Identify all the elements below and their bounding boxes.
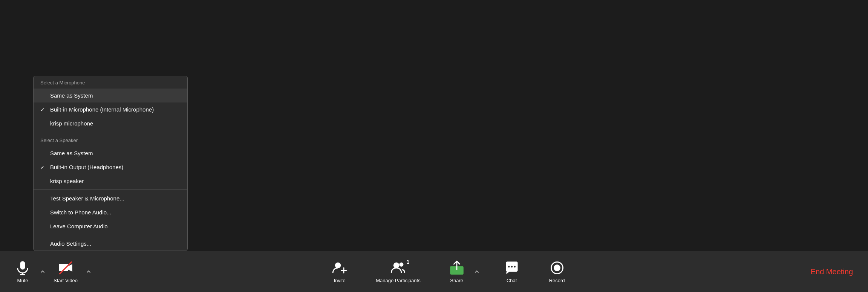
leave-computer-audio-item[interactable]: Leave Computer Audio [34,219,187,233]
mic-item-builtin[interactable]: ✓ Built-in Microphone (Internal Micropho… [34,102,187,116]
mic-item-builtin-label: Built-in Microphone (Internal Microphone… [50,106,154,113]
divider-3 [34,235,187,235]
video-icon [58,260,73,275]
start-video-label: Start Video [54,278,78,283]
test-speaker-mic-item[interactable]: Test Speaker & Microphone... [34,191,187,205]
divider-1 [34,132,187,132]
invite-icon [332,260,347,275]
speaker-item-builtin-label: Built-in Output (Headphones) [50,164,123,170]
mute-button[interactable]: Mute [8,257,38,286]
start-video-button[interactable]: Start Video [47,257,84,286]
svg-point-13 [514,266,515,267]
mic-icon [15,260,30,275]
manage-participants-label: Manage Participants [376,278,421,283]
svg-rect-0 [20,261,25,269]
leave-computer-audio-label: Leave Computer Audio [50,223,108,229]
toolbar: Mute [0,251,868,292]
mic-section-header: Select a Microphone [34,76,187,89]
chat-label: Chat [507,278,517,283]
divider-2 [34,190,187,190]
chat-icon [504,260,519,275]
meeting-area: Select a Microphone Same as System ✓ Bui… [0,0,868,292]
share-label: Share [450,278,463,283]
mute-chevron-button[interactable] [38,266,47,277]
speaker-section-header: Select a Speaker [34,134,187,146]
invite-label: Invite [334,278,346,283]
share-group: Share [442,257,482,286]
mic-item-krisp[interactable]: krisp microphone [34,116,187,130]
participants-badge: 1 [407,259,410,265]
toolbar-center: Invite 1 Manage Participants [93,257,803,286]
record-label: Record [549,278,565,283]
speaker-item-krisp[interactable]: krisp speaker [34,174,187,188]
mic-item-same-as-system[interactable]: Same as System [34,89,187,102]
speaker-item-krisp-label: krisp speaker [50,178,84,184]
video-chevron-button[interactable] [84,266,93,277]
checkmark-icon: ✓ [40,107,47,113]
test-speaker-mic-label: Test Speaker & Microphone... [50,195,124,202]
svg-point-9 [400,262,404,266]
audio-dropdown-menu: Select a Microphone Same as System ✓ Bui… [33,76,188,251]
record-icon [550,260,565,275]
chat-button[interactable]: Chat [497,257,527,286]
toolbar-right: End Meeting [803,264,860,279]
participants-icon: 1 [390,260,406,275]
mute-label: Mute [17,278,28,283]
speaker-item-builtin[interactable]: ✓ Built-in Output (Headphones) [34,160,187,174]
audio-settings-label: Audio Settings... [50,240,91,247]
speaker-item-same-as-system[interactable]: Same as System [34,146,187,160]
svg-point-12 [511,266,512,267]
toolbar-left: Mute [8,257,93,286]
svg-point-11 [508,266,510,267]
speaker-item-same-as-system-label: Same as System [50,150,93,156]
record-button[interactable]: Record [542,257,572,286]
invite-button[interactable]: Invite [325,257,355,286]
checkmark-speaker-icon: ✓ [40,164,47,170]
mic-item-krisp-label: krisp microphone [50,120,93,127]
share-chevron-button[interactable] [472,266,482,277]
share-button[interactable]: Share [442,257,472,286]
switch-phone-audio-label: Switch to Phone Audio... [50,209,112,216]
audio-settings-item[interactable]: Audio Settings... [34,237,187,251]
end-meeting-button[interactable]: End Meeting [803,264,860,279]
share-icon [449,260,464,275]
svg-point-15 [554,264,560,271]
mic-item-same-as-system-label: Same as System [50,92,93,99]
switch-phone-audio-item[interactable]: Switch to Phone Audio... [34,205,187,219]
manage-participants-button[interactable]: 1 Manage Participants [370,257,427,286]
